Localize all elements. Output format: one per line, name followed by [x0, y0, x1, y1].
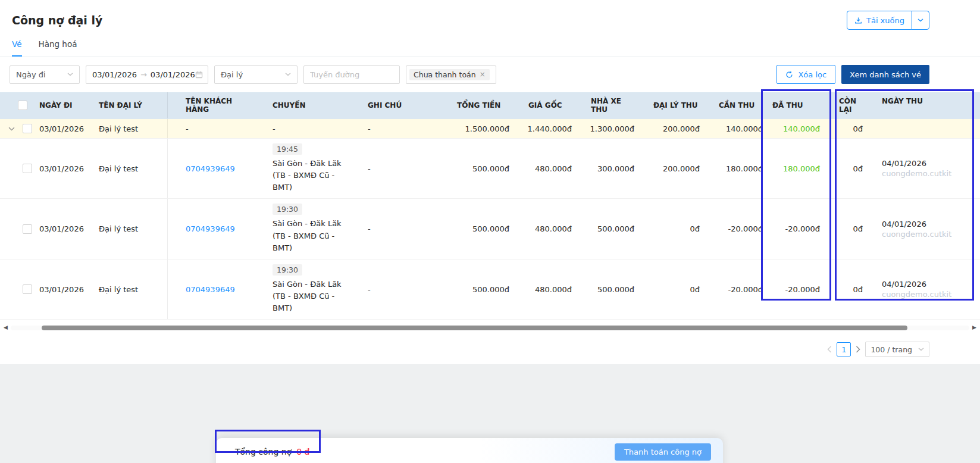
- tab-bar: Vé Hàng hoá: [0, 30, 980, 57]
- payment-status-select[interactable]: Chưa thanh toán ×: [406, 65, 496, 84]
- cell-ghi-chu: -: [358, 119, 447, 138]
- tag-close-icon[interactable]: ×: [480, 71, 486, 78]
- date-to[interactable]: 03/01/2026: [151, 70, 195, 79]
- row-checkbox[interactable]: [23, 124, 32, 133]
- col-header-da-thu: ĐÃ THU: [763, 92, 829, 118]
- tab-ve[interactable]: Vé: [12, 39, 22, 57]
- col-header-chuyen: CHUYẾN: [263, 92, 358, 118]
- trip-time-badge: 19:30: [273, 264, 302, 276]
- trip-route: Sài Gòn - Đăk Lăk (TB - BXMĐ Cũ - BMT): [273, 158, 349, 193]
- collect-date: 04/01/2026: [882, 159, 926, 168]
- collect-date: 04/01/2026: [882, 280, 926, 289]
- view-ticket-list-button[interactable]: Xem danh sách vé: [841, 65, 929, 84]
- pay-debt-button[interactable]: Thanh toán công nợ: [615, 443, 711, 461]
- cell-con-lai: 0đ: [829, 199, 872, 258]
- cell-ten-khach-hang: 0704939649: [168, 139, 263, 198]
- cell-con-lai: 0đ: [829, 119, 872, 138]
- collect-user: cuongdemo.cutkit: [882, 169, 951, 178]
- select-all-checkbox[interactable]: [18, 101, 27, 110]
- cell-tong-tien: 500.000đ: [447, 199, 519, 258]
- chevron-down-icon: [67, 73, 73, 76]
- cell-tong-tien: 500.000đ: [447, 259, 519, 319]
- horizontal-scrollbar[interactable]: ◀ ▶: [0, 320, 980, 332]
- tab-hang-hoa[interactable]: Hàng hoá: [39, 39, 77, 56]
- date-from[interactable]: 03/01/2026: [92, 70, 137, 79]
- download-button[interactable]: Tải xuống: [847, 11, 912, 30]
- debt-card: Công nợ đại lý Tải xuống Vé Hàng hoá Ngà…: [0, 0, 980, 364]
- cell-tong-tien: 1.500.000đ: [447, 119, 519, 138]
- col-header-ghi-chu: GHI CHÚ: [358, 92, 447, 118]
- col-header-dai-ly-thu: ĐẠI LÝ THU: [644, 92, 709, 118]
- download-dropdown-button[interactable]: [912, 11, 929, 30]
- table-header-row: NGÀY ĐI TÊN ĐẠI LÝ TÊN KHÁCH HÀNG CHUYẾN…: [0, 92, 980, 119]
- collect-user: cuongdemo.cutkit: [882, 230, 951, 239]
- table-row-summary[interactable]: 03/01/2026 Đại lý test - - - 1.500.000đ …: [0, 119, 980, 139]
- clear-filter-button[interactable]: Xóa lọc: [777, 65, 835, 84]
- table-row[interactable]: 03/01/2026 Đại lý test 0704939649 19:30 …: [0, 199, 980, 259]
- customer-phone-link[interactable]: 0704939649: [186, 224, 235, 233]
- row-checkbox[interactable]: [23, 284, 32, 294]
- pagination-next-button[interactable]: [856, 346, 860, 353]
- scrollbar-thumb[interactable]: [42, 326, 907, 330]
- table-row[interactable]: 03/01/2026 Đại lý test 0704939649 19:45 …: [0, 139, 980, 199]
- cell-gia-goc: 1.440.000đ: [519, 119, 581, 138]
- date-type-select[interactable]: Ngày đi: [10, 65, 80, 84]
- pagination-page-1[interactable]: 1: [837, 342, 851, 356]
- total-debt: Tổng công nợ 0 đ: [235, 443, 310, 460]
- collect-user: cuongdemo.cutkit: [882, 290, 951, 299]
- cell-da-thu: -20.000đ: [763, 199, 829, 258]
- page-size-value: 100 / trang: [871, 345, 912, 354]
- expand-chevron-icon[interactable]: [8, 127, 15, 131]
- cell-nha-xe-thu: 300.000đ: [581, 139, 644, 198]
- trip-route: Sài Gòn - Đăk Lăk (TB - BXMĐ Cũ - BMT): [273, 279, 349, 314]
- collect-date: 04/01/2026: [882, 220, 926, 229]
- debt-summary-footer: Tổng công nợ 0 đ Thanh toán công nợ: [216, 438, 723, 463]
- col-header-ten-khach-hang: TÊN KHÁCH HÀNG: [168, 92, 263, 118]
- table-row[interactable]: 03/01/2026 Đại lý test 0704939649 19:30 …: [0, 259, 980, 320]
- trip-time-badge: 19:30: [273, 204, 302, 215]
- cell-checkbox: [18, 259, 37, 319]
- clear-filter-label: Xóa lọc: [798, 70, 826, 79]
- cell-ten-khach-hang: -: [168, 119, 263, 138]
- route-input[interactable]: [310, 70, 393, 79]
- row-checkbox[interactable]: [23, 224, 32, 234]
- filter-bar: Ngày đi 03/01/2026 → 03/01/2026 Đại lý: [0, 57, 980, 92]
- cell-ghi-chu: -: [358, 259, 447, 319]
- cell-ghi-chu: -: [358, 139, 447, 198]
- row-checkbox[interactable]: [23, 164, 32, 173]
- cell-ten-khach-hang: 0704939649: [168, 199, 263, 258]
- pagination-prev-button[interactable]: [827, 346, 832, 353]
- cell-ngay-thu: 04/01/2026 cuongdemo.cutkit: [872, 199, 970, 258]
- customer-phone-link[interactable]: 0704939649: [186, 164, 235, 173]
- cell-can-thu: 180.000đ: [709, 139, 763, 198]
- customer-phone-link[interactable]: 0704939649: [186, 285, 235, 294]
- page-size-select[interactable]: 100 / trang: [865, 342, 929, 357]
- cell-chuyen: -: [263, 119, 358, 138]
- scroll-left-icon[interactable]: ◀: [4, 325, 8, 330]
- download-button-group: Tải xuống: [847, 11, 929, 30]
- cell-tong-tien: 500.000đ: [447, 139, 519, 198]
- col-header-tong-tien: TỔNG TIỀN: [447, 92, 519, 118]
- col-header-gia-goc: GIÁ GỐC: [519, 92, 581, 118]
- total-debt-value: 0 đ: [296, 447, 309, 456]
- cell-da-thu: 140.000đ: [763, 119, 829, 138]
- cell-dai-ly-thu: 200.000đ: [644, 139, 709, 198]
- cell-ngay-thu: [872, 119, 970, 138]
- calendar-icon: [195, 71, 203, 79]
- scrollbar-track[interactable]: [11, 326, 969, 330]
- pagination: 1 100 / trang: [0, 332, 980, 357]
- chevron-right-icon: [856, 346, 860, 353]
- cell-nha-xe-thu: 1.300.000đ: [581, 119, 644, 138]
- date-range-picker[interactable]: 03/01/2026 → 03/01/2026: [86, 65, 208, 84]
- cell-con-lai: 0đ: [829, 139, 872, 198]
- cell-gia-goc: 480.000đ: [519, 259, 581, 319]
- trip-time-badge: 19:45: [273, 143, 302, 155]
- reload-icon: [785, 71, 793, 79]
- col-header-con-lai: CÒN LẠI: [829, 92, 872, 118]
- can-thu-value: -20.000đ: [719, 285, 763, 294]
- status-tag: Chưa thanh toán ×: [409, 69, 490, 80]
- scroll-right-icon[interactable]: ▶: [972, 325, 976, 330]
- col-header-ngay-thu: NGÀY THU: [872, 92, 970, 118]
- agency-select[interactable]: Đại lý: [214, 65, 298, 84]
- cell-ten-dai-ly: Đại lý test: [89, 139, 168, 198]
